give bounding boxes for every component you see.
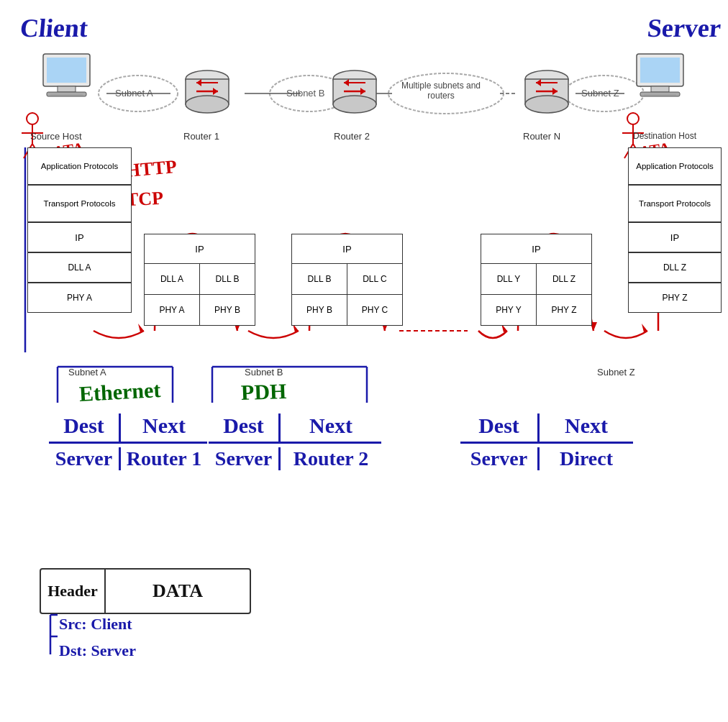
routerN-icon: [518, 68, 575, 119]
router1-dll-b: DLL B: [200, 264, 255, 294]
router2-phy-b: PHY B: [292, 295, 347, 325]
rt1-next-header: Next: [121, 413, 207, 444]
router2-ip: IP: [291, 234, 403, 264]
multiple-subnets-label: Multiple subnets and routers: [394, 81, 488, 101]
router2-dll-c: DLL C: [347, 264, 402, 294]
source-host-stack: Application Protocols Transport Protocol…: [27, 147, 132, 313]
dest-transport-protocols: Transport Protocols: [628, 185, 722, 222]
rt2-server-row: Server: [209, 447, 281, 470]
svg-rect-37: [47, 58, 86, 83]
svg-marker-10: [138, 324, 144, 332]
client-computer-icon: [40, 50, 104, 104]
router1-dll-a: DLL A: [145, 264, 200, 294]
svg-rect-65: [640, 92, 680, 96]
router1-icon: [178, 68, 236, 119]
rt2-next-header: Next: [281, 413, 381, 444]
subnet-b-bottom-label: Subnet B: [245, 367, 283, 378]
dest-ip: IP: [628, 222, 722, 252]
packet-data: DATA: [106, 570, 250, 613]
rt1-router1-row: Router 1: [121, 447, 207, 470]
rt1-server-row: Server: [49, 447, 121, 470]
router1-ip: IP: [144, 234, 255, 264]
rt2-router2-row: Router 2: [281, 447, 381, 470]
routerN-ip: IP: [481, 234, 592, 264]
svg-point-31: [627, 113, 639, 124]
routerN-phy-y: PHY Y: [481, 295, 537, 325]
dest-dll-z: DLL Z: [628, 252, 722, 283]
rt3-server-row: Server: [460, 447, 540, 470]
network-diagram: Client Server: [0, 0, 728, 722]
rt3-dest-header: Dest: [460, 413, 540, 444]
svg-point-43: [186, 96, 229, 113]
router1-phy-a: PHY A: [145, 295, 200, 325]
subnet-z-cloud-label: Subnet Z: [581, 88, 619, 99]
svg-marker-17: [642, 324, 647, 332]
rt3-direct-row: Direct: [540, 447, 633, 470]
svg-rect-39: [47, 92, 86, 96]
subnet-z-bottom-label: Subnet Z: [597, 367, 635, 378]
svg-rect-63: [640, 58, 680, 83]
routerN-stack: IP DLL Y DLL Z PHY Y PHY Z: [481, 234, 592, 326]
client-label: Client: [19, 13, 89, 43]
packet-header: Header: [41, 570, 106, 613]
src-label: Src: Client: [59, 615, 132, 634]
server-label: Server: [646, 13, 722, 43]
router2-dll-b: DLL B: [292, 264, 347, 294]
http-annotation: HTTP: [125, 156, 178, 182]
router1-label: Router 1: [183, 131, 219, 142]
router2-label: Router 2: [334, 131, 370, 142]
rt1-dest-header: Dest: [49, 413, 121, 444]
svg-point-50: [333, 96, 376, 113]
router2-icon: [326, 68, 383, 119]
svg-point-26: [27, 113, 38, 124]
source-app-protocols: Application Protocols: [27, 147, 132, 185]
router1-stack: IP DLL A DLL B PHY A PHY B: [144, 234, 255, 326]
svg-point-57: [525, 96, 568, 113]
ethernet-label: Ethernet: [78, 378, 161, 406]
svg-rect-64: [651, 86, 669, 92]
dst-label: Dst: Server: [59, 641, 136, 660]
dest-host-stack: Application Protocols Transport Protocol…: [628, 147, 722, 313]
routing-table-3: Dest Next Server Direct: [460, 413, 633, 470]
routing-table-2: Dest Next Server Router 2: [209, 413, 381, 470]
subnet-b-cloud-label: Subnet B: [286, 88, 325, 99]
svg-rect-38: [58, 86, 76, 92]
router2-stack: IP DLL B DLL C PHY B PHY C: [291, 234, 403, 326]
packet-diagram: Header DATA: [40, 568, 251, 614]
source-dll-a: DLL A: [27, 252, 132, 283]
dest-phy-z: PHY Z: [628, 283, 722, 313]
router1-phy-b: PHY B: [200, 295, 255, 325]
source-transport-protocols: Transport Protocols: [27, 185, 132, 222]
source-ip: IP: [27, 222, 132, 252]
destination-computer-icon: [633, 50, 698, 104]
rt3-next-header: Next: [540, 413, 633, 444]
routerN-dll-y: DLL Y: [481, 264, 537, 294]
routing-table-1: Dest Next Server Router 1: [49, 413, 207, 470]
routerN-label: Router N: [523, 131, 560, 142]
subnet-a-cloud-label: Subnet A: [115, 88, 153, 99]
source-phy-a: PHY A: [27, 283, 132, 313]
routerN-phy-z: PHY Z: [537, 295, 591, 325]
routerN-dll-z: DLL Z: [537, 264, 591, 294]
subnet-a-bottom-label: Subnet A: [68, 367, 106, 378]
dest-app-protocols: Application Protocols: [628, 147, 722, 185]
rt2-dest-header: Dest: [209, 413, 281, 444]
router2-phy-c: PHY C: [347, 295, 402, 325]
pdh-label: PDH: [240, 379, 286, 405]
